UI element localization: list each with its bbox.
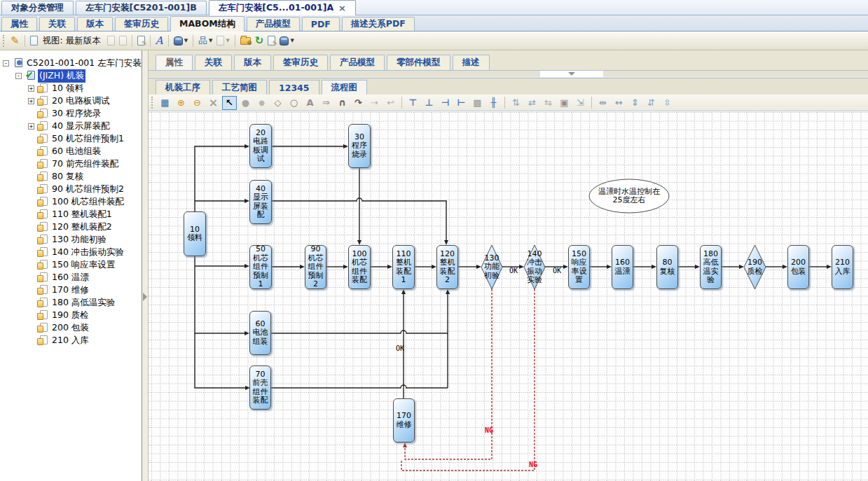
expand-h-icon[interactable]: ↔ <box>612 96 626 110</box>
detail-tab-3[interactable]: 版本 <box>234 55 271 70</box>
object-tab-2[interactable]: 关联 <box>39 17 75 31</box>
tree-item-190-质检[interactable]: 190 质检 <box>0 309 142 321</box>
splitter-collapse-icon[interactable] <box>143 293 147 301</box>
curve-connector-icon[interactable]: ∩ <box>335 96 350 110</box>
detail-tab-5[interactable]: 产品模型 <box>330 55 385 70</box>
flow-node-200[interactable]: 200 包装 <box>787 245 809 289</box>
object-tab-6[interactable]: 产品模型 <box>247 17 300 31</box>
expand-icon[interactable]: + <box>28 85 34 92</box>
align-right-icon[interactable]: ⊢ <box>454 96 469 110</box>
view-tab-2[interactable]: 工艺简图 <box>212 80 267 95</box>
undo-connector-icon[interactable]: ↩ <box>383 96 398 110</box>
flow-node-150[interactable]: 150 响应 率设 置 <box>568 245 590 289</box>
object-tab-8[interactable]: 描述关系PDF <box>342 17 415 31</box>
tree-item-170-维修[interactable]: 170 维修 <box>0 284 142 296</box>
tree-item-40-显示屏装配[interactable]: +40 显示屏装配 <box>0 120 142 132</box>
flow-diagram-canvas[interactable]: 10 领料20 电路 板调 试30 程序 烧录40 显示 屏装 配50 机芯 组… <box>149 111 868 481</box>
detail-tab-2[interactable]: 关联 <box>195 55 232 70</box>
vertical-splitter[interactable] <box>142 50 149 481</box>
edit-doc2-icon[interactable] <box>266 34 277 48</box>
object-tab-7[interactable]: PDF <box>302 17 340 31</box>
refresh-icon[interactable]: ↻ <box>254 34 266 48</box>
distribute-v-icon[interactable]: ⇅ <box>509 96 523 110</box>
pointer-icon[interactable]: ↖ <box>222 96 237 110</box>
flow-node-170[interactable]: 170 维修 <box>393 398 415 442</box>
annotate-icon[interactable]: A <box>154 34 165 48</box>
database-icon[interactable]: ▼ <box>172 34 189 48</box>
object-tab-5[interactable]: MABOM结构 <box>170 16 244 32</box>
zoom-out-icon[interactable]: ⊖ <box>190 96 205 110</box>
align-left-icon[interactable]: ⊣ <box>438 96 453 110</box>
tree-item-100-机芯组件装配[interactable]: 100 机芯组件装配 <box>0 195 142 208</box>
group-icon[interactable]: ▣ <box>557 96 572 110</box>
tree-item-140-冲击振动实验[interactable]: 140 冲击振动实验 <box>0 246 142 258</box>
tree-item-90-机芯组件预制2[interactable]: 90 机芯组件预制2 <box>0 183 142 195</box>
ellipse-solid2-icon[interactable]: ● <box>254 96 269 110</box>
tree-item-50-机芯组件预制1[interactable]: 50 机芯组件预制1 <box>0 132 142 145</box>
flow-node-50[interactable]: 50 机芯 组件 预制 1 <box>249 245 272 289</box>
tree-item-110-整机装配1[interactable]: 110 整机装配1 <box>0 208 142 221</box>
tree-item-150-响应率设置[interactable]: 150 响应率设置 <box>0 258 142 271</box>
tab-close-icon[interactable]: × <box>338 3 346 13</box>
corners-icon[interactable]: ⇲ <box>573 96 588 110</box>
tree-item-70-前壳组件装配[interactable]: 70 前壳组件装配 <box>0 158 142 170</box>
flow-node-110[interactable]: 110 整机 装配 1 <box>392 245 415 289</box>
shrink-v-icon[interactable]: ⇵ <box>644 96 659 110</box>
tree-item-120-整机装配2[interactable]: 120 整机装配2 <box>0 221 142 233</box>
collapse-icon[interactable]: - <box>3 60 9 67</box>
flow-node-20[interactable]: 20 电路 板调 试 <box>249 124 272 168</box>
view-selector[interactable]: 视图: 最新版本 <box>43 35 101 47</box>
flow-node-210[interactable]: 210 入库 <box>832 245 853 289</box>
flow-node-10[interactable]: 10 领料 <box>184 211 206 256</box>
tree-item-60-电池组装[interactable]: 60 电池组装 <box>0 145 142 158</box>
tree-item-30-程序烧录[interactable]: 30 程序烧录 <box>0 107 142 120</box>
tree-item-10-领料[interactable]: +10 领料 <box>0 82 142 95</box>
flow-node-40[interactable]: 40 显示 屏装 配 <box>249 180 272 224</box>
annotation-ellipse[interactable] <box>589 179 669 213</box>
detail-tab-4[interactable]: 签审历史 <box>273 55 328 70</box>
edit-pencil-icon[interactable]: ✎ <box>9 34 21 48</box>
object-tab-3[interactable]: 版本 <box>77 17 113 31</box>
view-tab-4[interactable]: 流程图 <box>322 80 368 95</box>
tree-item-160-温漂[interactable]: 160 温漂 <box>0 271 142 284</box>
folder-search-icon[interactable] <box>239 34 252 48</box>
flow-node-90[interactable]: 90 机芯 组件 预制 2 <box>305 245 326 289</box>
flow-node-80[interactable]: 80 复核 <box>656 245 678 289</box>
object-tab-1[interactable]: 属性 <box>1 17 37 31</box>
zoom-in-icon[interactable]: ⊕ <box>174 96 188 110</box>
collapse-icon[interactable]: - <box>15 73 22 79</box>
expand-d-icon[interactable]: ⇳ <box>660 96 675 110</box>
flow-node-100[interactable]: 100 机芯 组件 装配 <box>348 245 371 289</box>
grow-v-icon[interactable]: ⇕ <box>628 96 642 110</box>
swap-h-icon[interactable]: ⇆ <box>541 96 556 110</box>
view-tab-1[interactable]: 机装工序 <box>156 80 210 95</box>
detail-tab-1[interactable]: 属性 <box>156 55 193 70</box>
curve-connector2-icon[interactable]: ↷ <box>351 96 366 110</box>
tree-item-(JIZH)-机装[interactable]: -(JIZH) 机装 <box>0 69 142 82</box>
tree-item-210-入库[interactable]: 210 入库 <box>0 334 142 347</box>
tree-item-20-电路板调试[interactable]: +20 电路板调试 <box>0 95 142 107</box>
window-tab-3[interactable]: 左车门安装[C5...01-001]A× <box>209 0 356 15</box>
flow-node-180[interactable]: 180 高低 温实 验 <box>700 245 722 289</box>
expand-icon[interactable]: + <box>28 98 34 104</box>
tree-item-80-复核[interactable]: 80 复核 <box>0 170 142 183</box>
view-tab-3[interactable]: 12345 <box>269 80 319 95</box>
horizontal-splitter[interactable] <box>149 71 868 78</box>
tree-item-C5201-001-001-左车门安装[interactable]: -C5201-001-001 左车门安装 <box>0 57 142 69</box>
view-page-icon[interactable] <box>29 34 39 48</box>
flow-node-160[interactable]: 160 温漂 <box>612 245 633 289</box>
structure-icon[interactable]: 品▼ <box>197 34 214 48</box>
expand-icon[interactable]: + <box>28 123 34 130</box>
flow-node-30[interactable]: 30 程序 烧录 <box>348 124 371 168</box>
delete-icon[interactable]: × <box>206 96 221 110</box>
window-tab-1[interactable]: 对象分类管理 <box>1 1 74 15</box>
grid-view-icon[interactable]: ▦ <box>158 96 172 110</box>
tree-item-180-高低温实验[interactable]: 180 高低温实验 <box>0 296 142 309</box>
distribute-h-icon[interactable]: ⇄ <box>525 96 539 110</box>
window-tab-2[interactable]: 左车门安装[C5201-001]B <box>76 1 207 15</box>
dashed-connector-icon[interactable]: ⇢ <box>367 96 382 110</box>
collapse-h-icon[interactable]: ⇹ <box>595 96 610 110</box>
collapse-handle[interactable] <box>540 71 603 77</box>
align-top-icon[interactable]: ⊤ <box>406 96 420 110</box>
detail-tab-7[interactable]: 描述 <box>453 55 490 70</box>
